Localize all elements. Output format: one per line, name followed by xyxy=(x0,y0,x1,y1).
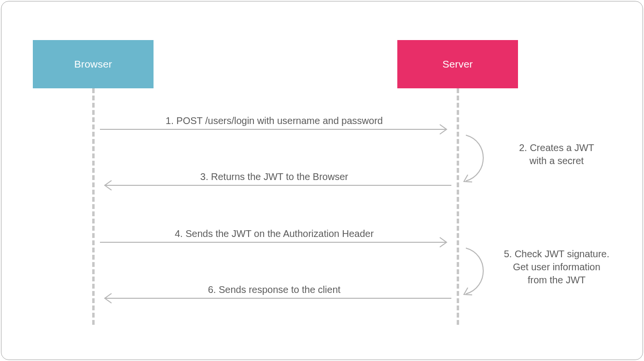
arrow-step5-self xyxy=(464,248,483,295)
message-step3-label: 3. Returns the JWT to the Browser xyxy=(96,171,453,182)
message-step4-label: 4. Sends the JWT on the Authorization He… xyxy=(96,228,453,239)
lifeline-browser xyxy=(92,88,95,325)
participant-browser: Browser xyxy=(33,40,154,88)
message-step2-label: 2. Creates a JWTwith a secret xyxy=(491,141,622,167)
participant-server-label: Server xyxy=(442,58,473,70)
participant-browser-label: Browser xyxy=(74,58,112,70)
lifeline-server xyxy=(457,88,459,325)
message-step6-label: 6. Sends response to the client xyxy=(96,284,453,295)
arrow-step2-self xyxy=(464,135,483,182)
diagram-frame: Browser Server 1. POST /users/login with… xyxy=(1,1,643,360)
participant-server: Server xyxy=(397,40,518,88)
message-step5-label: 5. Check JWT signature.Get user informat… xyxy=(491,248,622,287)
message-step1-label: 1. POST /users/login with username and p… xyxy=(96,115,453,126)
